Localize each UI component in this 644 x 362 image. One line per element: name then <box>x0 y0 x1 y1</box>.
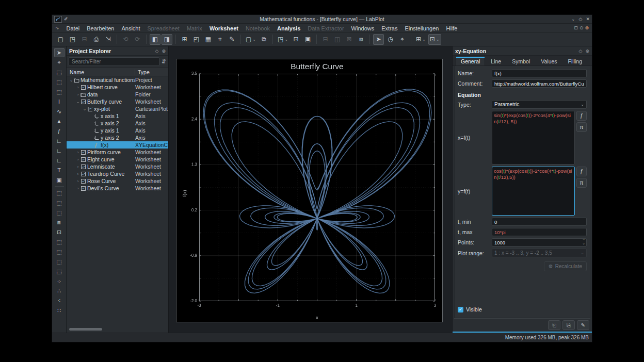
expander-icon[interactable]: › <box>75 157 81 162</box>
expander-icon[interactable]: ⌄ <box>75 100 81 104</box>
shift-up-icon[interactable]: ⬚ <box>54 237 65 246</box>
add-image-icon[interactable]: ▣ <box>54 175 65 185</box>
insert-constant-button[interactable]: π <box>576 178 587 188</box>
insert-constant-button[interactable]: π <box>576 122 587 132</box>
points-field[interactable] <box>492 238 587 246</box>
template-load-button[interactable]: ⎗ <box>548 320 560 330</box>
menu-analysis[interactable]: Analysis <box>273 25 304 31</box>
tree-row-x-axis-2[interactable]: x axis 2Axis <box>67 120 168 127</box>
chevron-down-icon[interactable]: ⌄ <box>422 37 426 42</box>
zoom-fit-height-icon[interactable]: ⬚ <box>54 208 65 217</box>
zoom-x-select-icon[interactable]: ⬚ <box>54 77 65 87</box>
close-dock-icon[interactable]: ⊗ <box>162 48 166 54</box>
tree-row-hilbert-curve[interactable]: ›Hilbert curveWorksheet <box>67 84 168 91</box>
insert-function-button[interactable]: ƒ <box>576 111 587 121</box>
column-header-name[interactable]: Name <box>67 69 135 75</box>
plot-canvas[interactable] <box>176 59 442 322</box>
tree-row-data[interactable]: ›dataFolder <box>67 91 168 98</box>
equation-type-dropdown[interactable]: Parametric ⌄ <box>492 100 587 109</box>
tab-filling[interactable]: Filling <box>563 57 587 65</box>
zoom-select-mode-icon[interactable]: ⌖ <box>397 34 408 45</box>
add-axis-icon[interactable]: ∟ <box>54 136 65 145</box>
tree-row-eight-curve[interactable]: ›Eight curveWorksheet <box>67 156 168 163</box>
menu-extras[interactable]: Extras <box>378 25 401 31</box>
tree-row-lemniscate[interactable]: ›LemniscateWorksheet <box>67 163 168 170</box>
tree-row-devil-s-curve[interactable]: ›Devil's CurveWorksheet <box>67 185 168 192</box>
expander-icon[interactable]: › <box>75 92 81 97</box>
insert-function-button[interactable]: ƒ <box>576 167 587 176</box>
tree-row-y-axis-1[interactable]: y axis 1Axis <box>67 127 168 134</box>
menu-hilfe[interactable]: Hilfe <box>442 25 461 31</box>
x-equation-field[interactable]: sin(t)*(exp(cos(t))-2*cos(4*t)-pow(sin(t… <box>492 111 575 164</box>
add-plot-icon[interactable]: ∿ <box>54 107 65 116</box>
points-density-4-icon[interactable]: ∷ <box>54 306 65 315</box>
tree-row-piriform-curve[interactable]: ›Piriform curveWorksheet <box>67 149 168 156</box>
export-worksheet-icon[interactable]: ◳⌄ <box>276 34 289 45</box>
t-max-field[interactable] <box>492 228 587 236</box>
text-cursor-icon[interactable]: I <box>54 97 65 106</box>
points-density-2-icon[interactable]: ∴ <box>54 286 65 295</box>
menu-einstellungen[interactable]: Einstellungen <box>401 25 442 31</box>
auto-scale-icon[interactable]: ⧈ <box>54 218 65 227</box>
tab-line[interactable]: Line <box>486 57 506 65</box>
zoom-fit-icon[interactable]: ⬚ <box>54 188 65 198</box>
worksheet-view[interactable]: Butterfly Curve x f(x) <box>169 46 453 333</box>
duplicate-worksheet-icon[interactable]: ⧉ <box>259 34 269 45</box>
new-worksheet-icon[interactable]: ▢⌄ <box>244 34 257 45</box>
crosshair-icon[interactable]: ⌖ <box>54 58 65 67</box>
tree-row-y-axis-2[interactable]: y axis 2Axis <box>67 134 168 141</box>
menu-ansicht[interactable]: Ansicht <box>118 25 143 31</box>
mdi-restore-icon[interactable]: ⊙ <box>579 25 584 30</box>
zoom-fit-width-icon[interactable]: ⬚ <box>54 198 65 207</box>
zoom-y-select-icon[interactable]: ⬚ <box>54 87 65 96</box>
y-equation-field[interactable]: cos(t)*(exp(cos(t))-2*cos(4*t)-pow(sin(t… <box>492 167 575 216</box>
mdi-minimize-icon[interactable]: ⊡ <box>574 25 578 30</box>
tree-row-mathematical-functions[interactable]: ⌄Mathematical functionsProject <box>67 76 168 84</box>
menu-worksheet[interactable]: Worksheet <box>206 25 242 31</box>
new-project-icon[interactable]: ▢ <box>55 34 66 45</box>
expand-region-icon[interactable]: ⬚ <box>54 257 65 266</box>
expander-icon[interactable]: › <box>75 186 81 191</box>
close-dock-icon[interactable]: ⊗ <box>585 48 589 54</box>
new-workbook-icon[interactable]: ◰ <box>191 34 202 45</box>
data-picker-icon[interactable]: ✎ <box>227 34 237 45</box>
expander-icon[interactable]: › <box>75 164 81 169</box>
close-button[interactable]: ✕ <box>586 16 590 23</box>
presenter-mode-icon[interactable]: ⊡⌄ <box>428 34 441 45</box>
expander-icon[interactable]: › <box>75 85 81 90</box>
template-save-as-button[interactable]: ✎ <box>577 320 589 330</box>
menu-bearbeiten[interactable]: Bearbeiten <box>83 25 118 31</box>
shift-down-icon[interactable]: ⬚ <box>54 247 65 256</box>
zoom-fit-page-icon[interactable]: ⊡ <box>291 34 301 45</box>
export-icon[interactable]: ⇲ <box>103 34 114 45</box>
print-preview-icon[interactable]: ▣ <box>302 34 313 45</box>
maximize-button[interactable]: ◇ <box>579 16 583 23</box>
menu-datei[interactable]: Datei <box>63 25 84 31</box>
toggle-project-explorer-icon[interactable]: ◧ <box>150 34 160 45</box>
fullscreen-icon[interactable]: ⧈ <box>356 34 366 45</box>
new-spreadsheet-icon[interactable]: ▦ <box>203 34 214 45</box>
expander-icon[interactable]: ⌄ <box>69 78 74 83</box>
tab-values[interactable]: Values <box>536 57 562 65</box>
open-project-icon[interactable]: ◳ <box>67 34 78 45</box>
add-histogram-icon[interactable]: ▲ <box>54 117 65 126</box>
expander-icon[interactable]: ⌄ <box>82 107 87 111</box>
mdi-close-icon[interactable]: ⊗ <box>585 25 589 30</box>
tree-row-teardrop-curve[interactable]: ›Teardrop CurveWorksheet <box>67 170 168 177</box>
tab-general[interactable]: General <box>456 57 485 65</box>
points-density-3-icon[interactable]: ⁖ <box>54 296 65 305</box>
tree-row-x-axis-1[interactable]: x axis 1Axis <box>67 112 168 120</box>
points-density-1-icon[interactable]: ⁘ <box>54 276 65 286</box>
comment-field[interactable] <box>492 79 587 88</box>
float-dock-icon[interactable]: ◇ <box>579 48 583 54</box>
collapse-region-icon[interactable]: ⬚ <box>54 267 65 276</box>
tree-row-f-x-[interactable]: ƒf(x)XYEquationCurve <box>67 141 168 149</box>
name-field[interactable] <box>492 69 587 77</box>
select-pointer-icon[interactable]: ➤ <box>54 48 65 57</box>
float-dock-icon[interactable]: ◇ <box>155 48 159 54</box>
add-axis-plain-icon[interactable]: ∟ <box>54 156 65 165</box>
chevron-down-icon[interactable]: ⌄ <box>284 37 288 42</box>
worksheet-page[interactable]: Butterfly Curve x f(x) <box>176 59 443 322</box>
column-header-type[interactable]: Type <box>135 69 168 75</box>
print-icon[interactable]: ⎙ <box>91 34 102 45</box>
